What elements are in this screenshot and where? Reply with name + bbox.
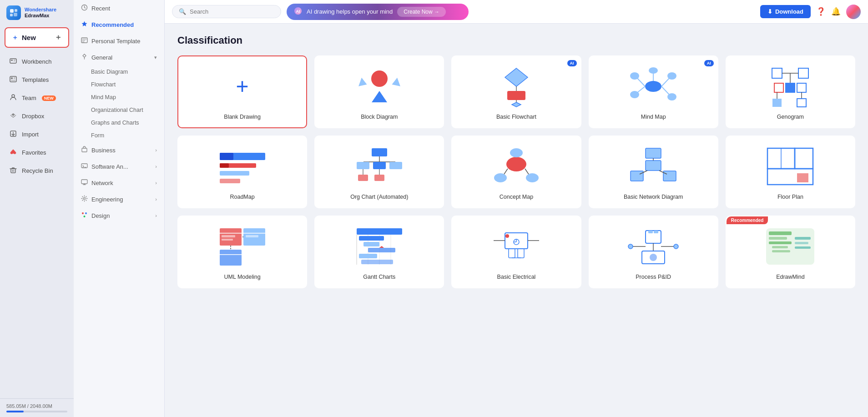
panel-section-engineering[interactable]: Engineering › (74, 191, 164, 207)
sidebar: Wondershare EdrawMax ＋ New ＋ Workbench (0, 0, 74, 417)
svg-point-131 (650, 254, 657, 261)
svg-point-76 (510, 148, 523, 157)
svg-rect-0 (10, 9, 14, 13)
block-diagram-label: Block Diagram (361, 114, 398, 120)
card-block-diagram[interactable]: Block Diagram (314, 55, 444, 128)
svg-rect-67 (373, 162, 386, 169)
svg-point-22 (84, 198, 86, 200)
svg-point-37 (630, 72, 639, 80)
sub-mind-map[interactable]: Mind Map (74, 91, 164, 104)
card-gantt[interactable]: Gantt Charts (314, 216, 444, 288)
engineering-icon (81, 195, 88, 203)
card-genogram[interactable]: Genogram (726, 55, 855, 128)
svg-point-35 (645, 81, 661, 92)
svg-line-42 (661, 86, 670, 95)
sidebar-item-import[interactable]: Import (3, 126, 71, 143)
storage-bar (6, 411, 67, 412)
team-badge: NEW (42, 95, 56, 101)
sidebar-item-workbench[interactable]: Workbench (3, 53, 71, 70)
card-pid[interactable]: Process P&ID (589, 216, 718, 288)
svg-text:AI: AI (296, 9, 300, 14)
panel-section-general[interactable]: General ▾ (74, 49, 164, 65)
user-avatar[interactable] (846, 5, 861, 19)
business-label: Business (91, 147, 116, 154)
sub-form[interactable]: Form (74, 129, 164, 142)
panel-item-personal[interactable]: Personal Template (74, 33, 164, 49)
card-concept-map[interactable]: Concept Map (451, 136, 581, 208)
uml-visual (186, 224, 299, 269)
svg-rect-91 (797, 173, 808, 182)
ai-banner[interactable]: AI AI drawing helps open your mind Creat… (287, 4, 469, 20)
card-mind-map[interactable]: AI Mind M (589, 55, 718, 128)
engineering-chevron: › (155, 196, 157, 202)
card-edrawmind[interactable]: Recommended EdrawMind (726, 216, 855, 288)
floorplan-visual (734, 144, 847, 189)
card-network-diagram[interactable]: Basic Network Diagram (589, 136, 718, 208)
svg-rect-139 (795, 242, 808, 244)
card-org-chart[interactable]: Org Chart (Automated) (314, 136, 444, 208)
svg-line-78 (504, 169, 508, 174)
search-input[interactable] (190, 8, 274, 15)
svg-marker-30 (390, 78, 400, 89)
sidebar-item-team[interactable]: Team NEW (3, 89, 71, 107)
help-icon[interactable]: ❓ (816, 7, 826, 16)
svg-point-74 (494, 173, 507, 182)
general-label: General (91, 54, 112, 61)
svg-point-23 (82, 212, 84, 214)
sidebar-item-favorites[interactable]: Favorites (3, 144, 71, 161)
section-title: Classification (177, 35, 855, 46)
card-basic-flowchart[interactable]: AI Basic Flowchart (451, 55, 581, 128)
sidebar-item-recycle[interactable]: Recycle Bin (3, 162, 71, 180)
design-label: Design (91, 212, 110, 219)
svg-rect-135 (769, 241, 792, 244)
software-label: Software An... (91, 163, 128, 170)
panel-section-design[interactable]: Design › (74, 207, 164, 224)
card-uml[interactable]: UML Modeling (177, 216, 307, 288)
sub-flowchart[interactable]: Flowchart (74, 78, 164, 91)
software-icon (81, 162, 88, 171)
panel-item-recommended[interactable]: Recommended (74, 16, 164, 33)
business-icon (81, 146, 88, 154)
sub-basic-diagram[interactable]: Basic Diagram (74, 65, 164, 78)
panel-item-recent[interactable]: Recent (74, 0, 164, 16)
sidebar-item-dropbox[interactable]: Dropbox (3, 107, 71, 125)
svg-rect-6 (14, 60, 15, 60)
svg-marker-34 (512, 102, 521, 107)
svg-rect-116 (518, 249, 524, 258)
new-add-icon: ＋ (55, 33, 62, 42)
card-roadmap[interactable]: RoadMap (177, 136, 307, 208)
general-chevron: ▾ (154, 55, 157, 60)
svg-rect-83 (663, 171, 676, 181)
ai-create-now-button[interactable]: Create Now → (397, 7, 446, 17)
notification-icon[interactable]: 🔔 (831, 7, 841, 16)
card-electrical[interactable]: Basic Electrical (451, 216, 581, 288)
logo-icon (6, 5, 21, 20)
svg-rect-71 (358, 175, 368, 181)
svg-rect-140 (795, 246, 811, 249)
svg-rect-51 (786, 83, 795, 92)
sub-org-chart[interactable]: Organizational Chart (74, 104, 164, 116)
svg-rect-46 (772, 68, 782, 78)
template-grid: + Blank Drawing Block Diagram A (177, 55, 855, 288)
sub-graphs-charts[interactable]: Graphs and Charts (74, 116, 164, 129)
flowchart-label: Basic Flowchart (496, 114, 536, 120)
recycle-label: Recycle Bin (22, 167, 53, 174)
download-button[interactable]: ⬇ Download (760, 5, 811, 18)
svg-rect-63 (372, 148, 387, 156)
svg-line-40 (661, 77, 670, 86)
network-chevron: › (155, 180, 157, 186)
dropbox-icon (9, 112, 17, 121)
sidebar-item-templates[interactable]: Templates (3, 71, 71, 89)
left-panel: Recent Recommended Personal Template Gen… (74, 0, 165, 417)
search-box[interactable]: 🔍 (172, 5, 281, 18)
panel-section-business[interactable]: Business › (74, 142, 164, 158)
panel-section-network[interactable]: Network › (74, 175, 164, 191)
card-blank-drawing[interactable]: + Blank Drawing (177, 55, 307, 128)
svg-rect-7 (14, 61, 15, 62)
design-chevron: › (155, 213, 157, 218)
panel-section-software[interactable]: Software An... › (74, 158, 164, 175)
new-button[interactable]: ＋ New ＋ (5, 27, 69, 48)
orgchart-label: Org Chart (Automated) (350, 194, 408, 200)
card-floor-plan[interactable]: Floor Plan (726, 136, 855, 208)
svg-rect-1 (15, 9, 17, 12)
